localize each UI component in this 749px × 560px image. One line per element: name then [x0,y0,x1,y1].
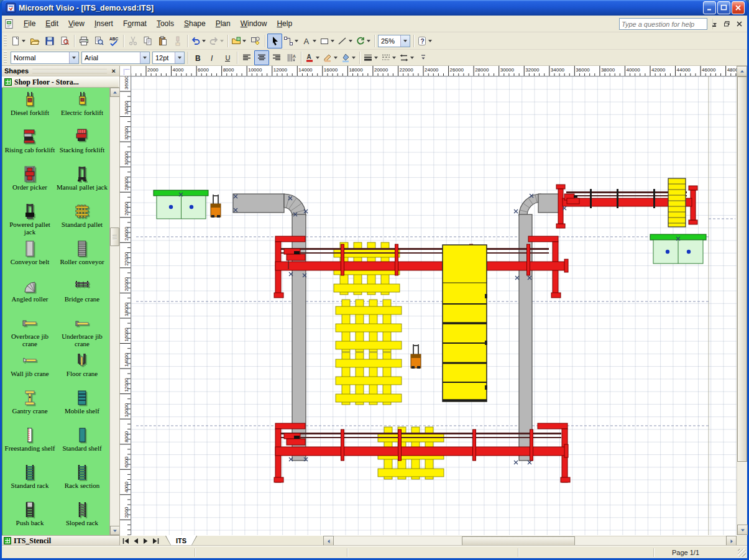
line-pattern-button[interactable] [380,50,398,65]
stencil-scrollbar[interactable] [109,88,119,535]
its-stencil-bar[interactable]: ITS_Stencil [2,535,119,546]
horizontal-ruler[interactable]: 2000400060008000100001200014000160001800… [131,66,737,76]
hscrollbar-thumb[interactable] [462,536,575,546]
open-stencil-button[interactable] [230,34,248,48]
minimize-button[interactable] [703,1,716,14]
last-page-button[interactable] [151,536,160,546]
vscroll-down-icon[interactable] [737,525,748,535]
underline-button[interactable]: U [220,50,235,65]
font-color-button[interactable]: A [303,50,321,65]
zoom-combo[interactable]: 25% [378,35,410,47]
vertical-scrollbar[interactable] [737,76,747,535]
redo-button[interactable] [208,34,226,48]
stencil-title-bar[interactable]: Shop Floor - Stora... [2,76,119,88]
vscrollbar-thumb[interactable] [737,76,747,462]
shapes-panel-header[interactable]: Shapes × [2,66,119,76]
stencil-item-push-back[interactable]: Push back [4,499,56,535]
stencil-item-freestanding-shelf[interactable]: Freestanding shelf [4,425,56,462]
stencil-item-overbrace-jib-crane[interactable]: Overbrace jib crane [4,313,56,350]
menu-shape[interactable]: Shape [179,17,211,30]
resize-grip[interactable] [738,549,746,557]
vertical-ruler[interactable]: 3600034000320003000028000260002400022000… [120,76,131,535]
chevron-down-icon[interactable] [351,51,356,65]
spelling-check-button[interactable]: ABC [106,34,121,48]
mdi-restore-button[interactable] [722,19,732,29]
question-help-input[interactable] [620,21,712,28]
stencil-item-electric-forklift[interactable]: Electric forklift [56,89,108,126]
toolbar-grip[interactable] [4,52,7,64]
menu-file[interactable]: File [19,17,40,30]
align-center-button[interactable] [254,50,269,65]
chevron-down-icon[interactable] [347,34,353,48]
pointer-tool-button[interactable] [267,34,282,48]
stencil-item-order-picker[interactable]: Order picker [4,163,56,201]
chevron-down-icon[interactable] [329,34,335,48]
shapes-window-button[interactable] [248,34,263,48]
cut-button[interactable] [126,34,140,48]
standard-pallet-group[interactable] [336,300,402,352]
conveyor-belt-right-vertical[interactable] [519,194,559,461]
scroll-down-icon[interactable] [110,526,119,535]
text-block-vertical-button[interactable]: A [284,50,299,65]
stencil-item-floor-crane[interactable]: Floor crane [56,350,108,387]
chevron-down-icon[interactable] [241,34,247,48]
chevron-down-icon[interactable] [365,34,371,48]
chevron-down-icon[interactable] [400,35,410,47]
menu-format[interactable]: Format [118,17,152,30]
conveyor-belt-top-left[interactable] [233,194,306,461]
new-document-button[interactable] [9,34,27,48]
scrollbar-thumb[interactable] [110,227,119,246]
previous-page-button[interactable] [131,536,140,546]
drawing-page[interactable] [131,76,737,535]
chevron-down-icon[interactable] [409,51,415,65]
save-file-button[interactable] [42,34,57,48]
panel-grip[interactable] [32,69,106,73]
hscroll-left-icon[interactable] [323,536,334,546]
text-tool-button[interactable]: A [300,34,318,48]
maximize-button[interactable] [717,1,730,14]
toolbar-overflow-button[interactable] [416,50,431,65]
chevron-down-icon[interactable] [21,34,26,48]
standard-pallet-group[interactable] [336,352,402,405]
connector-tool-button[interactable] [282,34,300,48]
stencil-item-mobile-shelf[interactable]: Mobile shelf [56,387,108,425]
next-page-button[interactable] [141,536,150,546]
menu-window[interactable]: Window [236,17,272,30]
fill-color-button[interactable] [339,50,357,65]
scroll-up-icon[interactable] [110,88,119,97]
line-weight-button[interactable] [362,50,380,65]
pallet-jack-top-left[interactable] [211,195,221,218]
stencil-item-rising-cab-forklift[interactable]: Rising cab forklift [4,126,56,163]
open-file-button[interactable] [27,34,42,48]
standard-shelf-stack[interactable] [443,245,487,402]
first-page-button[interactable] [121,536,131,546]
stencil-item-standard-rack[interactable]: Standard rack [4,462,56,499]
line-color-button[interactable] [321,50,339,65]
menu-tools[interactable]: Tools [152,17,179,30]
pallet-jack-center[interactable] [411,344,421,369]
chevron-down-icon[interactable] [69,52,78,63]
rectangle-tool-button[interactable] [318,34,336,48]
stencil-item-underbrace-jib-crane[interactable]: Underbrace jib crane [56,313,108,350]
selection-handles[interactable] [179,193,680,464]
stencil-item-standard-shelf[interactable]: Standard shelf [56,425,108,462]
undo-button[interactable] [190,34,208,48]
mdi-minimize-button[interactable] [709,19,720,29]
rack-section-top-right[interactable] [668,178,686,227]
toolbar-grip[interactable] [4,35,7,47]
tab-its[interactable]: ITS [165,536,197,546]
size-combo[interactable]: 12pt [152,52,185,64]
chevron-down-icon[interactable] [333,51,338,65]
chevron-down-icon[interactable] [311,34,317,48]
question-help-box[interactable] [619,18,707,30]
chevron-down-icon[interactable] [140,52,149,63]
stencil-item-rack-section[interactable]: Rack section [56,462,108,499]
document-system-icon[interactable] [4,19,15,29]
chevron-down-icon[interactable] [315,51,320,65]
copy-button[interactable] [140,34,155,48]
chevron-down-icon[interactable] [293,34,299,48]
line-tool-button[interactable] [336,34,354,48]
stencil-item-angled-roller[interactable]: Angled roller [4,275,56,313]
menu-insert[interactable]: Insert [90,17,118,30]
search-document-button[interactable] [57,34,72,48]
